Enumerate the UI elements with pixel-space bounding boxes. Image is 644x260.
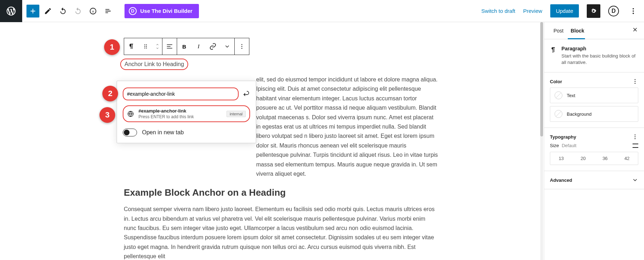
close-sidebar-button[interactable] bbox=[632, 26, 638, 35]
bold-button[interactable]: B bbox=[177, 38, 191, 55]
chevron-up-icon bbox=[155, 43, 160, 46]
tab-block[interactable]: Block bbox=[567, 22, 588, 39]
divi-icon: D bbox=[129, 7, 137, 15]
open-new-tab-label: Open in new tab bbox=[142, 129, 184, 136]
undo-icon bbox=[59, 7, 67, 15]
size-default-label: Default bbox=[562, 143, 576, 148]
outline-button[interactable] bbox=[102, 5, 114, 18]
svg-point-12 bbox=[145, 44, 145, 45]
globe-icon bbox=[127, 110, 134, 118]
swatch-icon bbox=[555, 110, 562, 118]
background-color-button[interactable]: Background bbox=[550, 106, 638, 122]
pencil-icon bbox=[44, 7, 52, 15]
block-type-desc: Start with the basic building block of a… bbox=[561, 53, 638, 66]
divi-settings-button[interactable]: D bbox=[608, 6, 619, 16]
preview-button[interactable]: Preview bbox=[523, 8, 542, 14]
divi-label: Use The Divi Builder bbox=[140, 8, 192, 14]
suggestion-hint: Press ENTER to add this link bbox=[138, 114, 194, 119]
size-label: Size bbox=[550, 143, 559, 148]
size-option[interactable]: 36 bbox=[594, 152, 616, 165]
svg-point-3 bbox=[633, 8, 634, 9]
svg-point-7 bbox=[635, 81, 636, 82]
block-type-title: Paragraph bbox=[561, 46, 638, 51]
redo-button[interactable] bbox=[72, 5, 84, 18]
add-block-button[interactable] bbox=[26, 5, 39, 18]
svg-point-17 bbox=[146, 48, 147, 48]
tab-post[interactable]: Post bbox=[550, 22, 567, 39]
link-button[interactable] bbox=[206, 38, 220, 55]
svg-point-4 bbox=[633, 10, 634, 12]
text-color-button[interactable]: Text bbox=[550, 88, 638, 103]
submit-link-icon[interactable] bbox=[242, 90, 250, 98]
link-url-input[interactable] bbox=[123, 88, 239, 100]
size-option[interactable]: 20 bbox=[572, 152, 594, 165]
suggestion-title: #example-anchor-link bbox=[138, 108, 194, 114]
selected-link-text[interactable]: Anchor Link to Heading bbox=[122, 60, 187, 69]
editor-topbar: D Use The Divi Builder Switch to draft P… bbox=[22, 0, 644, 22]
tools-button[interactable] bbox=[42, 5, 54, 18]
move-up-down-button[interactable] bbox=[153, 38, 162, 55]
sliders-icon[interactable] bbox=[633, 144, 638, 148]
svg-point-15 bbox=[146, 46, 147, 47]
link-icon bbox=[209, 43, 216, 50]
block-type-button[interactable] bbox=[124, 38, 138, 55]
paragraph-icon bbox=[550, 46, 556, 54]
italic-button[interactable]: I bbox=[191, 38, 206, 55]
typography-section-heading: Typography bbox=[550, 134, 576, 140]
kebab-icon[interactable] bbox=[632, 134, 638, 140]
drag-icon bbox=[142, 43, 149, 50]
chevron-down-icon bbox=[155, 46, 160, 50]
font-size-picker[interactable]: 13 20 36 42 bbox=[550, 152, 638, 165]
callout-3: 3 bbox=[99, 107, 115, 123]
gear-icon bbox=[590, 8, 597, 15]
kebab-icon bbox=[629, 7, 637, 15]
close-icon bbox=[632, 26, 638, 33]
settings-sidebar: Post Block Paragraph Start with the basi… bbox=[544, 22, 644, 260]
color-background-label: Background bbox=[567, 111, 591, 117]
heading-block[interactable]: Example Block Anchor on a Heading bbox=[124, 187, 439, 198]
svg-point-11 bbox=[635, 138, 636, 139]
details-button[interactable] bbox=[87, 5, 99, 18]
svg-point-9 bbox=[635, 135, 636, 136]
chevron-down-icon bbox=[224, 43, 230, 50]
settings-button[interactable] bbox=[587, 4, 600, 18]
kebab-icon[interactable] bbox=[632, 78, 638, 85]
editor-canvas[interactable]: B I Anchor Link to Heading #example-anch… bbox=[22, 22, 540, 260]
chevron-down-icon[interactable] bbox=[632, 177, 638, 183]
more-options-button[interactable] bbox=[627, 5, 640, 18]
open-new-tab-toggle[interactable] bbox=[123, 129, 137, 136]
more-rich-text-button[interactable] bbox=[220, 38, 234, 55]
link-suggestion[interactable]: #example-anchor-link Press ENTER to add … bbox=[123, 105, 250, 122]
svg-point-13 bbox=[146, 44, 147, 45]
plus-icon bbox=[29, 7, 37, 15]
suggestion-badge: internal bbox=[226, 111, 246, 117]
undo-button[interactable] bbox=[57, 5, 69, 18]
svg-point-18 bbox=[241, 44, 243, 45]
wp-home-button[interactable] bbox=[0, 0, 22, 22]
align-icon bbox=[166, 43, 173, 50]
paragraph-icon bbox=[128, 43, 135, 50]
divi-builder-button[interactable]: D Use The Divi Builder bbox=[125, 4, 199, 18]
svg-point-19 bbox=[241, 46, 243, 47]
block-toolbar: B I bbox=[124, 38, 249, 55]
switch-to-draft-button[interactable]: Switch to draft bbox=[481, 8, 515, 14]
drag-handle[interactable] bbox=[138, 38, 153, 55]
update-button[interactable]: Update bbox=[550, 4, 579, 18]
color-section-heading: Color bbox=[550, 79, 562, 84]
kebab-icon bbox=[239, 43, 245, 50]
block-more-button[interactable] bbox=[235, 38, 249, 55]
body-paragraph[interactable]: Consequat semper viverra nam libero just… bbox=[124, 205, 439, 260]
list-view-icon bbox=[104, 7, 112, 15]
wordpress-icon bbox=[6, 6, 16, 16]
color-text-label: Text bbox=[567, 93, 575, 98]
redo-icon bbox=[74, 7, 82, 15]
align-button[interactable] bbox=[162, 38, 177, 55]
advanced-section-heading[interactable]: Advanced bbox=[550, 178, 572, 183]
size-option[interactable]: 42 bbox=[616, 152, 638, 165]
svg-point-14 bbox=[145, 46, 145, 47]
info-icon bbox=[89, 7, 97, 15]
size-option[interactable]: 13 bbox=[550, 152, 572, 165]
link-popover: #example-anchor-link Press ENTER to add … bbox=[117, 81, 256, 143]
canvas-scrollbar[interactable] bbox=[540, 22, 543, 260]
swatch-icon bbox=[555, 91, 562, 99]
